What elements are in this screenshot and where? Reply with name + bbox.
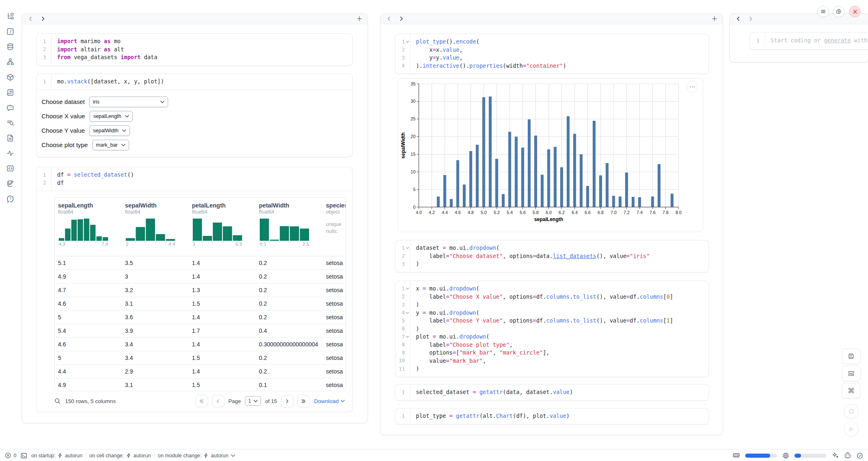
dropdown-select[interactable]: iris [89,97,168,107]
column-header[interactable]: petalWidthfloat640.12.5 [256,198,323,256]
code-editor-placeholder[interactable]: 1Start coding or generate with AI [750,33,868,48]
dropdown-select[interactable]: sepalLength [90,111,133,122]
file-tree-icon[interactable] [7,13,14,20]
next-page-button[interactable] [281,395,293,407]
connection-status-icon[interactable] [856,452,863,459]
svg-text:5.0: 5.0 [481,210,487,215]
move-column-left-button[interactable] [28,16,33,21]
prev-page-button[interactable] [212,395,224,407]
xyplot-dropdowns-code-cell[interactable]: 1234567891011x = mo.ui.dropdown( label="… [395,281,709,377]
scratchpad-icon[interactable] [7,180,14,187]
database-icon[interactable] [7,43,14,51]
dataframe-code-cell[interactable]: 12df = selected_dataset()df sepalLengthf… [36,167,353,412]
column-1-header [22,14,367,24]
code-editor[interactable]: 1plot_type = getattr(alt.Chart(df), plot… [395,408,709,424]
imports-code-cell[interactable]: 123import marimo as moimport altair as a… [36,33,353,66]
package-icon[interactable] [7,74,14,81]
errors-indicator[interactable]: 0 [5,452,16,459]
table-row[interactable]: 4.63.41.40.30000000000000004setosa [55,338,346,351]
page-select[interactable]: 1 [245,396,261,406]
column-3-header [730,14,868,24]
move-column-left-button[interactable] [386,16,392,21]
svg-text:5.8: 5.8 [533,210,539,215]
terminal-button[interactable] [21,452,27,459]
settings-button[interactable] [833,6,845,17]
table-row[interactable]: 4.63.11.50.2setosa [55,297,346,311]
search-icon[interactable] [54,398,61,404]
add-cell-button[interactable] [356,16,362,22]
plot-type-code-cell[interactable]: 1plot_type = getattr(alt.Chart(df), plot… [395,408,709,424]
ai-sparkles-icon[interactable] [832,452,839,459]
shutdown-button[interactable] [849,6,861,17]
error-count: 0 [14,453,16,459]
column-header[interactable]: sepalLengthfloat644.37.9 [55,198,122,256]
svg-text:15: 15 [411,152,416,157]
runtime-config-item[interactable]: on module change:autorun [158,453,235,459]
save-button[interactable] [842,348,861,364]
search-list-icon[interactable] [7,119,14,127]
column-2-panel: 1234plot_type().encode( x=x.value, y=y.v… [380,13,723,435]
code-editor[interactable]: 1selected_dataset = getattr(data, datase… [395,385,709,400]
dataset-dropdown-code-cell[interactable]: 123dataset = mo.ui.dropdown( label="Choo… [395,240,709,272]
vstack-code-cell[interactable]: 1mo.vstack([dataset, x, y, plot]) Choose… [36,74,353,157]
column-2-header [381,14,723,24]
first-page-button[interactable] [196,395,208,407]
runtime-config-item[interactable]: on cell change:autorun [89,453,151,459]
snippets-icon[interactable] [7,165,14,172]
plot-code-cell[interactable]: 1234plot_type().encode( x=x.value, y=y.v… [395,34,709,74]
column-header[interactable]: petalLengthfloat6416.9 [189,198,256,256]
move-column-right-button[interactable] [399,16,404,21]
layout-toggle-button[interactable] [842,366,861,381]
table-row[interactable]: 4.93.11.50.1setosa [55,378,346,391]
cell-output-divider [37,191,352,191]
tracing-icon[interactable] [7,150,14,157]
save-icon [848,353,854,360]
move-column-left-button[interactable] [736,16,741,21]
table-row[interactable]: 5.13.51.40.2setosa [55,256,346,270]
svg-text:sepalLength: sepalLength [534,217,563,222]
run-all-button[interactable] [844,422,859,436]
add-cell-button[interactable] [711,16,718,22]
download-button[interactable]: Download [314,398,345,404]
control-label: Choose Y value [42,127,85,134]
chart-menu-button[interactable] [686,81,698,92]
selected-dataset-code-cell[interactable]: 1selected_dataset = getattr(data, datase… [395,384,709,401]
code-editor[interactable]: 123dataset = mo.ui.dropdown( label="Choo… [395,240,709,272]
runtime-config-item[interactable]: on startup:autorun [31,453,82,459]
column-header[interactable]: speciesobjectuniquenulls: [323,198,346,256]
table-row[interactable]: 53.41.50.2setosa [55,351,346,365]
table-row[interactable]: 4.931.40.2setosa [55,270,346,284]
code-editor[interactable]: 123import marimo as moimport altair as a… [37,34,352,65]
last-page-button[interactable] [298,395,310,407]
column-header[interactable]: sepalWidthfloat6424.4 [122,198,189,256]
notebook-menu-button[interactable] [817,6,829,17]
column-1-panel: 123import marimo as moimport altair as a… [22,13,368,423]
close-icon [853,9,857,14]
table-row[interactable]: 53.61.40.2setosa [55,311,346,324]
code-editor[interactable]: 1234plot_type().encode( x=x.value, y=y.v… [395,34,709,74]
table-row[interactable]: 5.43.91.70.4setosa [55,324,346,338]
scroll-logs-icon[interactable] [7,89,14,96]
function-icon[interactable]: f [7,28,14,35]
move-column-right-button[interactable] [748,16,753,21]
table-row[interactable]: 4.42.91.40.2setosa [55,365,346,378]
code-editor[interactable]: 1234567891011x = mo.ui.dropdown( label="… [395,281,709,377]
keyboard-shortcuts-button[interactable]: ⌘ [842,383,861,399]
chat-assistant-icon[interactable] [7,104,14,111]
code-editor[interactable]: 1mo.vstack([dataset, x, y, plot]) [37,74,352,90]
dropdown-select[interactable]: sepalWidth [89,125,130,136]
documentation-icon[interactable] [7,134,14,142]
svg-text:6.2: 6.2 [559,210,565,215]
table-row[interactable]: 4.73.21.30.2setosa [55,284,346,297]
dropdown-select[interactable]: mark_bar [92,140,129,150]
empty-scratch-cell[interactable]: 1Start coding or generate with AI [750,32,868,50]
code-editor[interactable]: 12df = selected_dataset()df [37,167,352,191]
ai-assistant-icon[interactable] [844,452,851,459]
move-column-right-button[interactable] [40,16,46,21]
stop-kernel-button[interactable] [844,404,859,419]
control-row: Choose Y valuesepalWidth [42,126,347,136]
table-footer: 150 rows, 5 columns Page 1 of 15 Downloa… [54,393,345,409]
svg-text:7.8: 7.8 [663,210,669,215]
help-icon[interactable]: ? [7,195,14,203]
dependency-graph-icon[interactable] [7,58,14,66]
